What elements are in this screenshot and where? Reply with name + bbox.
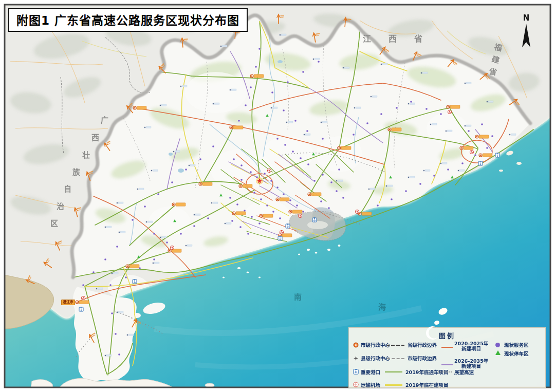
service-area-icon	[495, 343, 500, 347]
legend-line: 新建项目	[454, 346, 488, 351]
legend-item-parking-area: 现状停车区	[504, 351, 529, 357]
north-arrow: N	[516, 14, 536, 50]
legend-item-opened-2019: 2019年底通车项目	[405, 370, 448, 375]
label-guangxi-char: 广	[101, 114, 108, 125]
city-center-icon	[353, 342, 359, 348]
under-construction-2019-swatch	[385, 384, 402, 386]
legend-line: 新建项目	[454, 364, 488, 369]
label-zhanjiang-city: 湛江市	[61, 300, 75, 305]
map-page: 附图1 广东省高速公路服务区现状分布图 N 江西省 福建省 广 西 壮 族 自 …	[0, 0, 555, 392]
new-2026-2035-swatch	[441, 364, 453, 365]
legend-item-new-2020-2025: 2020-2025年 新建项目	[454, 341, 488, 351]
label-south-china-sea-char: 南	[294, 291, 302, 302]
legend-item-municipal-boundary: 市级行政边界	[408, 356, 437, 361]
legend-item-under-construction-2019: 2019年底在建项目	[405, 383, 448, 388]
airport-icon	[353, 382, 359, 387]
north-label: N	[516, 14, 536, 22]
opened-2019-swatch	[385, 371, 402, 372]
parking-area-icon	[495, 350, 501, 355]
label-guangxi-char: 西	[91, 132, 99, 142]
north-arrow-icon	[517, 22, 535, 48]
legend-item-provincial-boundary: 省级行政边界	[408, 343, 437, 348]
county-center-icon	[354, 356, 358, 361]
label-guangxi-char: 族	[72, 166, 80, 177]
label-guangxi-char: 区	[50, 217, 58, 228]
label-jiangxi-province: 江西省	[363, 32, 440, 44]
label-south-china-sea-char: 海	[378, 301, 386, 312]
legend-item-port: 重要港口	[361, 370, 380, 375]
legend-item-prospective: 展望高速	[454, 370, 474, 375]
port-icon	[353, 369, 359, 375]
map-title-box: 附图1 广东省高速公路服务区现状分布图	[8, 8, 248, 32]
legend-item-new-2026-2035: 2026-2035年 新建项目	[454, 359, 488, 369]
map-title: 附图1 广东省高速公路服务区现状分布图	[16, 14, 239, 27]
legend-item-service-area: 现状服务区	[504, 343, 529, 348]
legend-item-airport: 运输机场	[361, 383, 380, 388]
legend-item-city-center: 市级行政中心	[361, 343, 390, 348]
legend-item-county-center: 县级行政中心	[361, 356, 390, 361]
new-2020-2025-swatch	[441, 347, 453, 348]
island	[133, 313, 141, 318]
prospective-swatch	[438, 371, 452, 372]
legend-title: 图例	[349, 330, 545, 340]
legend: 图例 市级行政中心 县级行政中心 重要港口 运输机场 省级行政边界 市级行政边界…	[348, 327, 546, 388]
provincial-boundary-swatch	[387, 345, 404, 346]
municipal-boundary-swatch	[387, 358, 404, 359]
label-guangxi-char: 自	[64, 183, 71, 194]
label-guangxi-char: 治	[57, 200, 64, 211]
label-guangxi-char: 壮	[82, 149, 90, 160]
